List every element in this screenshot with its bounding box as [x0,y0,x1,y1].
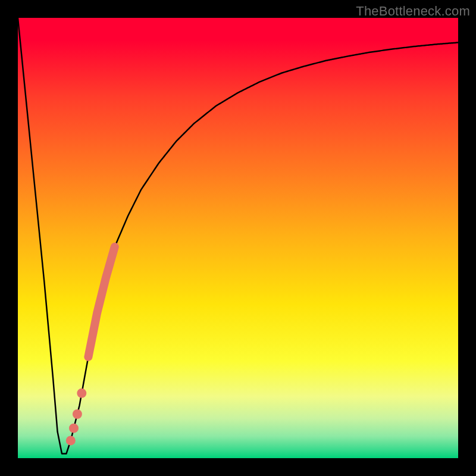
watermark-text: TheBottleneck.com [356,4,470,19]
highlight-dot [73,409,82,419]
bottleneck-curve [18,18,458,454]
highlight-dot [69,424,79,433]
highlight-group [66,247,115,446]
highlight-dot [66,436,76,445]
curve-layer [18,18,458,458]
plot-area [18,18,458,458]
highlight-dot [77,389,86,398]
highlight-segment [88,247,114,357]
chart-frame: TheBottleneck.com [0,0,476,476]
